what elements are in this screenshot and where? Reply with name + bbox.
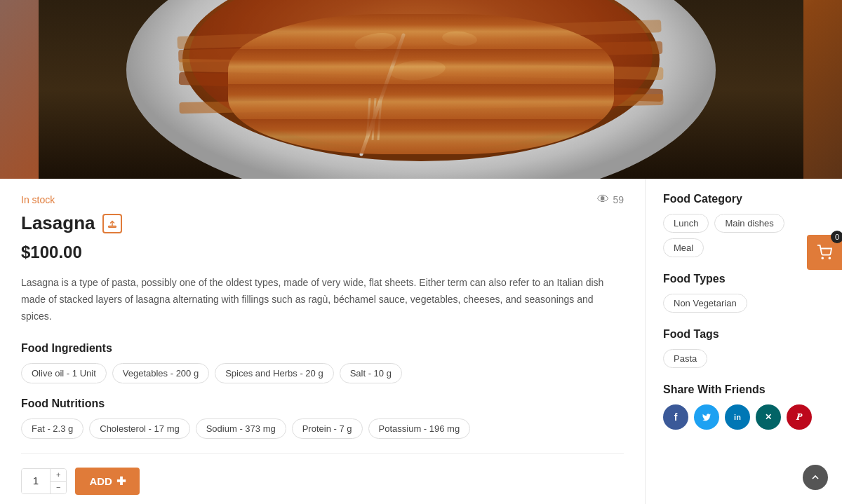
scroll-to-top-button[interactable] [803, 465, 828, 490]
svg-line-11 [367, 98, 370, 140]
cart-icon [817, 245, 832, 260]
svg-point-16 [389, 58, 446, 83]
xing-share-button[interactable]: ✕ [756, 404, 781, 430]
social-icons-row: f in ✕ 𝑷 [663, 404, 824, 430]
ingredient-tag: Vegetables - 200 g [112, 363, 209, 383]
linkedin-share-button[interactable]: in [725, 404, 750, 430]
upload-icon [107, 219, 117, 229]
food-category-title: Food Category [663, 193, 824, 205]
svg-rect-18 [108, 226, 116, 227]
product-price: $100.00 [21, 243, 624, 262]
svg-point-14 [353, 30, 397, 54]
svg-point-19 [822, 257, 823, 259]
product-title: Lasagna [21, 212, 95, 234]
upload-icon-btn[interactable] [102, 214, 122, 233]
nutritions-tags: Fat - 2.3 g Cholesterol - 17 mg Sodium -… [21, 418, 624, 439]
product-title-row: Lasagna [21, 212, 624, 234]
food-category-tag: Main dishes [714, 214, 784, 233]
nutrition-tag: Sodium - 373 mg [196, 418, 286, 439]
ingredient-tag: Olive oil - 1 Unit [21, 363, 107, 383]
share-title: Share With Friends [663, 383, 824, 396]
ingredients-title: Food Ingredients [21, 342, 624, 355]
svg-rect-7 [179, 72, 663, 102]
svg-rect-6 [179, 59, 663, 80]
food-category-tag: Meal [663, 238, 704, 257]
pinterest-share-button[interactable]: 𝑷 [787, 404, 812, 430]
quantity-decrement[interactable]: − [51, 482, 66, 493]
ingredient-tag: Spices and Herbs - 20 g [215, 363, 333, 383]
nutrition-tag: Protein - 7 g [292, 418, 363, 439]
views-row: 👁 59 [597, 193, 624, 207]
food-tag-list: Pasta [663, 349, 824, 368]
add-to-cart-button[interactable]: ADD ✚ [75, 468, 140, 495]
quantity-increment[interactable]: + [51, 469, 66, 482]
food-types-tags: Non Vegetarian [663, 294, 824, 313]
quantity-display: 1 [22, 469, 50, 493]
in-stock-label: In stock [21, 194, 55, 205]
food-tags-title: Food Tags [663, 328, 824, 341]
cart-float-button[interactable]: 0 [807, 235, 842, 270]
twitter-share-button[interactable] [694, 404, 719, 430]
quantity-arrows: + − [50, 469, 66, 493]
svg-line-12 [373, 98, 375, 140]
svg-point-15 [441, 30, 478, 47]
facebook-share-button[interactable]: f [663, 404, 688, 430]
nutrition-tag: Potassium - 196 mg [368, 418, 471, 439]
chevron-up-icon [810, 472, 821, 483]
nutrition-tag: Fat - 2.3 g [21, 418, 83, 439]
add-to-cart-row: 1 + − ADD ✚ [21, 468, 624, 495]
content-area: In stock 👁 59 Lasagna $100.00 [0, 179, 842, 504]
ingredient-tag: Salt - 10 g [340, 363, 402, 383]
food-type-tag: Non Vegetarian [663, 294, 747, 313]
twitter-icon [702, 412, 711, 422]
product-description: Lasagna is a type of pasta, possibly one… [21, 275, 624, 325]
svg-line-13 [378, 98, 381, 140]
food-types-title: Food Types [663, 273, 824, 285]
food-category-tags: Lunch Main dishes Meal [663, 214, 824, 257]
ingredients-tags: Olive oil - 1 Unit Vegetables - 200 g Sp… [21, 363, 624, 383]
divider [21, 453, 624, 454]
food-category-tag: Lunch [663, 214, 709, 233]
product-hero-image [0, 0, 842, 179]
svg-line-10 [361, 35, 403, 154]
food-tag: Pasta [663, 349, 707, 368]
add-button-label: ADD [89, 475, 112, 487]
views-count: 59 [613, 194, 624, 205]
cart-badge: 0 [831, 231, 842, 243]
main-content: In stock 👁 59 Lasagna $100.00 [0, 179, 646, 504]
svg-point-9 [189, 0, 653, 151]
nutritions-title: Food Nutritions [21, 397, 624, 410]
svg-rect-8 [179, 94, 663, 114]
eye-icon: 👁 [597, 193, 609, 207]
plus-icon: ✚ [116, 475, 126, 488]
svg-rect-5 [178, 41, 662, 62]
page-wrapper: In stock 👁 59 Lasagna $100.00 [0, 0, 842, 504]
nutrition-tag: Cholesterol - 17 mg [89, 418, 189, 439]
quantity-group: 1 + − [21, 468, 67, 494]
svg-point-20 [829, 257, 830, 259]
sidebar: Food Category Lunch Main dishes Meal Foo… [646, 179, 842, 504]
stock-row: In stock 👁 59 [21, 193, 624, 207]
